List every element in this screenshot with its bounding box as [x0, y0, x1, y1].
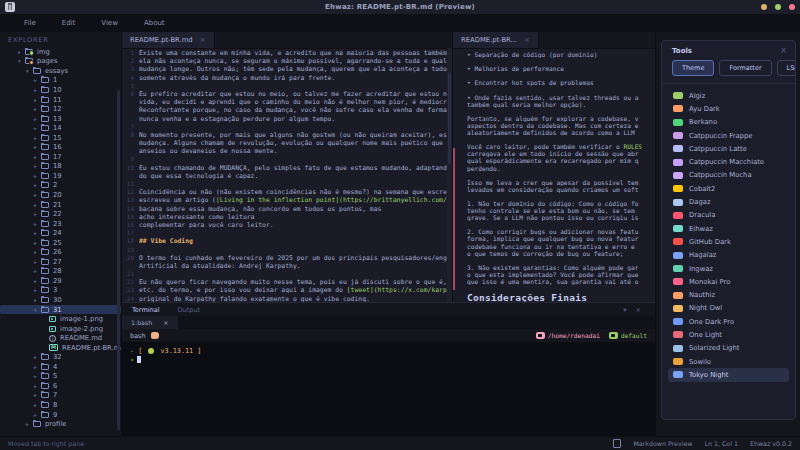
- theme-item-catppuccin-mocha[interactable]: Catppuccin Mocha: [668, 169, 789, 182]
- tree-item-30[interactable]: ▸30: [0, 295, 121, 305]
- editor-content[interactable]: 1Existe uma constante em minha vida, e a…: [122, 49, 452, 302]
- theme-item-nauthiz[interactable]: Nauthiz: [668, 288, 789, 301]
- editor-line: mudança. Alguns chamam de revolução, evo…: [122, 139, 452, 147]
- theme-item-github-dark[interactable]: GitHub Dark: [668, 235, 789, 248]
- line-number: 20: [122, 254, 134, 262]
- theme-item-tokyo-night[interactable]: Tokyo Night: [668, 368, 789, 381]
- panel-close-icon[interactable]: ×: [636, 306, 641, 314]
- sidebar-scrollbar[interactable]: [117, 90, 120, 430]
- theme-item-catppuccin-macchiato[interactable]: Catppuccin Macchiato: [668, 155, 789, 168]
- tree-item-20[interactable]: ▸20: [0, 190, 121, 200]
- theme-item-one-light[interactable]: One Light: [668, 328, 789, 341]
- tree-item-11[interactable]: ▸11: [0, 95, 121, 105]
- tree-item-2[interactable]: ▸2: [0, 181, 121, 191]
- expand-arrow: ▸: [34, 278, 41, 284]
- tree-item-22[interactable]: ▸22: [0, 209, 121, 219]
- tools-tab-formatter[interactable]: Formatter: [719, 60, 771, 76]
- theme-item-cobalt2[interactable]: Cobalt2: [668, 182, 789, 195]
- tree-item-image-1.png[interactable]: image-1.png: [0, 314, 121, 324]
- language-mode[interactable]: Markdown Preview: [633, 440, 692, 447]
- tree-item-4[interactable]: ▸4: [0, 362, 121, 372]
- tree-item-12[interactable]: ▸12: [0, 104, 121, 114]
- menu-view[interactable]: View: [101, 19, 118, 27]
- tree-item-19[interactable]: ▸19: [0, 171, 121, 181]
- terminal-panel-tab-output[interactable]: Output: [177, 306, 200, 314]
- panel-collapse-icon[interactable]: ▾: [623, 306, 626, 314]
- line-number: [122, 147, 134, 155]
- close-tab-icon[interactable]: ×: [524, 36, 530, 44]
- tree-item-image-2.png[interactable]: image-2.png: [0, 324, 121, 334]
- maximize-button[interactable]: [775, 4, 781, 10]
- tree-item-32[interactable]: ▸32: [0, 353, 121, 363]
- preview-line: 2. Como corrigir bugs ou adicionar novas…: [467, 228, 655, 235]
- tree-item-label: 14: [53, 124, 62, 132]
- tree-item-29[interactable]: ▸29: [0, 276, 121, 286]
- tree-item-13[interactable]: ▸13: [0, 114, 121, 124]
- theme-item-sowilo[interactable]: Sowilo: [668, 355, 789, 368]
- cursor-position[interactable]: Ln 1, Col 1: [704, 440, 738, 447]
- tree-item-3[interactable]: ▸3: [0, 286, 121, 296]
- tools-tab-theme[interactable]: Theme: [672, 60, 714, 76]
- tree-item-24[interactable]: ▸24: [0, 228, 121, 238]
- tree-item-31[interactable]: ▾31: [0, 305, 121, 315]
- theme-item-hagalaz[interactable]: Hagalaz: [668, 249, 789, 262]
- tree-item-18[interactable]: ▸18: [0, 162, 121, 172]
- editor-scrollbar-thumb[interactable]: [448, 72, 451, 164]
- tree-item-6[interactable]: ▸6: [0, 381, 121, 391]
- tree-item-15[interactable]: ▸15: [0, 133, 121, 143]
- theme-item-berkano[interactable]: Berkano: [668, 116, 789, 129]
- menu-edit[interactable]: Edit: [62, 19, 76, 27]
- menu-file[interactable]: File: [24, 19, 36, 27]
- tree-item-14[interactable]: ▸14: [0, 123, 121, 133]
- close-icon[interactable]: ×: [780, 46, 787, 55]
- terminal-panel-tab-terminal[interactable]: Terminal: [132, 306, 159, 314]
- preview-scroll-indicator[interactable]: [453, 148, 455, 290]
- minimize-button[interactable]: [761, 4, 767, 10]
- expand-arrow: ▸: [34, 373, 41, 379]
- theme-item-one-dark-pro[interactable]: One Dark Pro: [668, 315, 789, 328]
- editor-line: 10Eu estou chamando de MUDANÇA, pelo sim…: [122, 164, 452, 172]
- theme-item-ayu-dark[interactable]: Ayu Dark: [668, 102, 789, 115]
- tree-item-img[interactable]: ▸img: [0, 47, 121, 57]
- tree-item-9[interactable]: ▸9: [0, 410, 121, 420]
- line-text: original do Karpathy falando exatamente …: [139, 295, 452, 302]
- theme-item-eihwaz[interactable]: Eihwaz: [668, 222, 789, 235]
- editor-tab[interactable]: README.pt-BR.md ×: [122, 32, 215, 48]
- close-button[interactable]: [789, 4, 795, 10]
- theme-item-solarized-light[interactable]: Solarized Light: [668, 342, 789, 355]
- tree-item-label: 20: [53, 191, 62, 199]
- theme-item-algiz[interactable]: Algiz: [668, 89, 789, 102]
- tree-item-7[interactable]: ▸7: [0, 391, 121, 401]
- menu-about[interactable]: About: [144, 19, 165, 27]
- tree-item-5[interactable]: ▸5: [0, 372, 121, 382]
- tree-item-pages[interactable]: ▾pages: [0, 57, 121, 67]
- tree-item-readme.pt-br.md[interactable]: MREADME.pt-BR.md: [0, 343, 121, 353]
- tree-item-17[interactable]: ▸17: [0, 152, 121, 162]
- tree-item-25[interactable]: ▸25: [0, 238, 121, 248]
- tree-item-27[interactable]: ▸27: [0, 257, 121, 267]
- tree-item-26[interactable]: ▸26: [0, 247, 121, 257]
- tree-item-16[interactable]: ▸16: [0, 142, 121, 152]
- terminal-output[interactable]: - [ v3.13.11 ] ›: [122, 342, 655, 365]
- close-tab-icon[interactable]: ×: [200, 36, 206, 44]
- tree-item-1[interactable]: ▸1: [0, 76, 121, 86]
- tree-item-23[interactable]: ▸23: [0, 219, 121, 229]
- theme-item-ingwaz[interactable]: Ingwaz: [668, 262, 789, 275]
- tree-item-28[interactable]: ▸28: [0, 267, 121, 277]
- close-tab-icon[interactable]: ×: [163, 319, 168, 326]
- tree-item-readme.md[interactable]: iREADME.md: [0, 333, 121, 343]
- theme-item-night-owl[interactable]: Night Owl: [668, 302, 789, 315]
- tree-item-10[interactable]: ▸10: [0, 85, 121, 95]
- terminal-session-tab[interactable]: 1:bash ×: [122, 316, 178, 329]
- tree-item-8[interactable]: ▸8: [0, 400, 121, 410]
- tools-tab-lsp[interactable]: LSP: [777, 60, 796, 76]
- theme-item-dracula[interactable]: Dracula: [668, 209, 789, 222]
- tree-item-21[interactable]: ▸21: [0, 200, 121, 210]
- tree-item-essays[interactable]: ▾essays: [0, 66, 121, 76]
- theme-item-catppuccin-latte[interactable]: Catppuccin Latte: [668, 142, 789, 155]
- tree-item-profile[interactable]: ▸profile: [0, 419, 121, 429]
- theme-item-monokai-pro[interactable]: Monokai Pro: [668, 275, 789, 288]
- theme-item-dagaz[interactable]: Dagaz: [668, 195, 789, 208]
- theme-item-catppuccin-frappe[interactable]: Catppuccin Frappe: [668, 129, 789, 142]
- preview-tab[interactable]: README.pt-BR... ×: [453, 32, 539, 48]
